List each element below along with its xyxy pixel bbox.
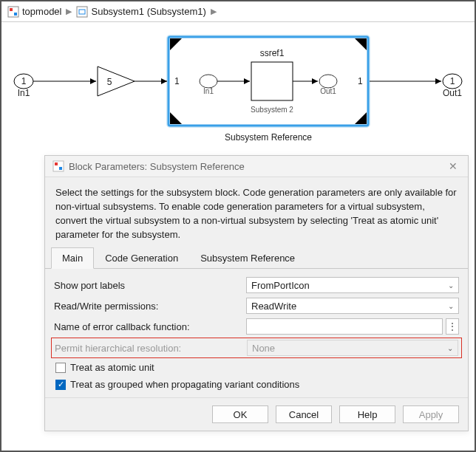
svg-rect-1 bbox=[10, 8, 13, 11]
svg-marker-13 bbox=[90, 78, 96, 84]
inner-block-title: ssref1 bbox=[260, 48, 285, 58]
form-main: Show port labels FromPortIcon ⌄ Read/Wri… bbox=[45, 269, 468, 397]
cancel-button[interactable]: Cancel bbox=[276, 405, 332, 423]
in-port-number: 1 bbox=[21, 76, 27, 86]
dialog-title: Block Parameters: Subsystem Reference bbox=[69, 161, 245, 172]
breadcrumb-item-subsystem1[interactable]: Subsystem1 (Subsystem1) bbox=[91, 6, 205, 17]
subsys-out-port: 1 bbox=[358, 76, 363, 86]
label-treat-grouped: Treat as grouped when propagating varian… bbox=[70, 379, 299, 390]
checkbox-treat-grouped[interactable]: ✓ bbox=[55, 380, 66, 390]
chevron-down-icon: ⌄ bbox=[448, 281, 454, 290]
tab-subsystem-reference[interactable]: Subsystem Reference bbox=[189, 247, 306, 269]
svg-point-23 bbox=[319, 75, 337, 88]
model-canvas[interactable]: Subsystem Reference 1 In1 5 1 In1 ssref1… bbox=[1, 22, 475, 155]
chevron-down-icon: ⌄ bbox=[447, 344, 453, 352]
label-rw-permissions: Read/Write permissions: bbox=[54, 301, 246, 312]
inner-block-label: Subsystem 2 bbox=[251, 106, 293, 114]
chevron-right-icon: ▶ bbox=[209, 7, 218, 16]
model-icon bbox=[52, 160, 64, 172]
help-button[interactable]: Help bbox=[339, 405, 395, 423]
in-port-label: In1 bbox=[18, 88, 30, 98]
chevron-down-icon: ⌄ bbox=[448, 302, 454, 310]
select-permit-hierarchical: None ⌄ bbox=[247, 340, 458, 356]
label-show-port-labels: Show port labels bbox=[54, 280, 246, 291]
svg-rect-2 bbox=[14, 13, 17, 16]
subsys-ref-label: Subsystem Reference bbox=[225, 132, 312, 143]
block-parameters-dialog: Block Parameters: Subsystem Reference ✕ … bbox=[44, 155, 469, 431]
row-show-port-labels: Show port labels FromPortIcon ⌄ bbox=[54, 275, 459, 295]
svg-rect-3 bbox=[77, 7, 87, 17]
breadcrumb-item-topmodel[interactable]: topmodel bbox=[22, 6, 61, 17]
label-treat-atomic: Treat as atomic unit bbox=[70, 362, 154, 373]
close-icon[interactable]: ✕ bbox=[446, 160, 460, 172]
tab-code-generation[interactable]: Code Generation bbox=[94, 247, 189, 269]
chevron-right-icon: ▶ bbox=[64, 7, 73, 16]
svg-marker-14 bbox=[98, 66, 135, 96]
out-port-label: Out1 bbox=[443, 88, 462, 98]
tabs: Main Code Generation Subsystem Reference bbox=[45, 247, 468, 269]
out-port-number: 1 bbox=[450, 76, 455, 86]
svg-marker-25 bbox=[435, 78, 441, 84]
row-rw-permissions: Read/Write permissions: ReadWrite ⌄ bbox=[54, 295, 459, 316]
svg-rect-28 bbox=[55, 162, 58, 165]
svg-rect-20 bbox=[251, 62, 293, 100]
svg-point-17 bbox=[200, 75, 217, 88]
more-button[interactable]: ⋮ bbox=[446, 318, 459, 335]
apply-button[interactable]: Apply bbox=[403, 405, 459, 423]
select-rw-permissions[interactable]: ReadWrite ⌄ bbox=[246, 298, 459, 314]
row-treat-grouped: ✓ Treat as grouped when propagating vari… bbox=[54, 376, 459, 393]
gain-value[interactable]: 5 bbox=[107, 77, 112, 87]
row-error-callback: Name of error callback function: ⋮ bbox=[54, 316, 459, 337]
dialog-description: Select the settings for the subsystem bl… bbox=[45, 177, 468, 247]
row-permit-hierarchical: Permit hierarchical resolution: None ⌄ bbox=[51, 338, 462, 358]
input-error-callback[interactable] bbox=[246, 318, 443, 335]
subsys-in-port: 1 bbox=[174, 76, 180, 86]
tab-main[interactable]: Main bbox=[51, 247, 94, 269]
ok-button[interactable]: OK bbox=[212, 405, 268, 423]
label-permit-hierarchical: Permit hierarchical resolution: bbox=[55, 343, 247, 354]
checkbox-treat-atomic[interactable] bbox=[55, 363, 66, 373]
svg-marker-16 bbox=[161, 78, 167, 84]
inner-out-label: Out1 bbox=[320, 87, 336, 95]
subsystem-icon bbox=[76, 6, 88, 18]
select-show-port-labels[interactable]: FromPortIcon ⌄ bbox=[246, 277, 459, 293]
svg-rect-29 bbox=[59, 167, 62, 170]
inner-in-label: In1 bbox=[203, 87, 214, 95]
dialog-buttons: OK Cancel Help Apply bbox=[45, 397, 468, 431]
row-treat-atomic: Treat as atomic unit bbox=[54, 359, 459, 376]
label-error-callback: Name of error callback function: bbox=[54, 321, 246, 332]
model-icon bbox=[7, 6, 19, 18]
dialog-titlebar: Block Parameters: Subsystem Reference ✕ bbox=[45, 156, 468, 177]
breadcrumb-bar: topmodel ▶ Subsystem1 (Subsystem1) ▶ bbox=[1, 1, 475, 22]
